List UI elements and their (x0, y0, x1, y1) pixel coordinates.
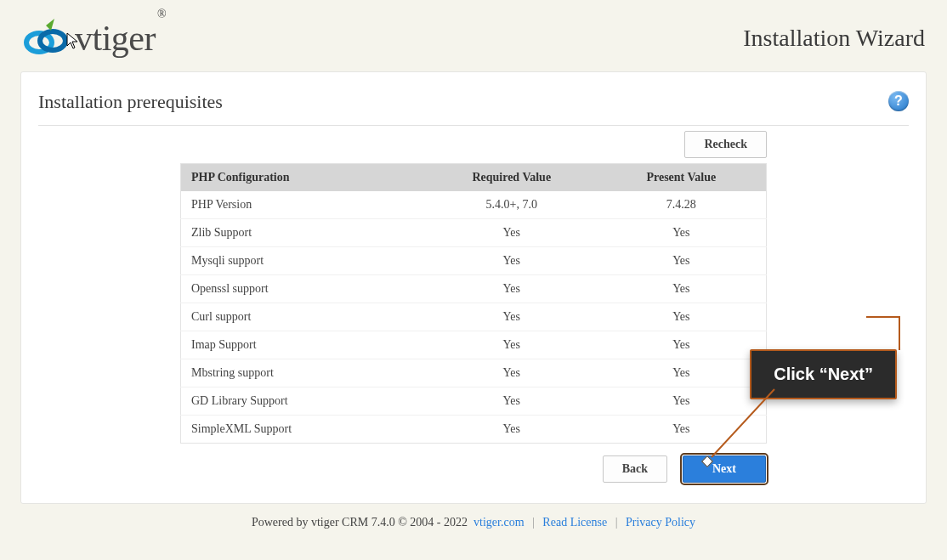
table-row: GD Library SupportYesYes (181, 387, 767, 416)
cell-required: Yes (427, 359, 597, 387)
next-button[interactable]: Next (683, 455, 766, 483)
th-config: PHP Configuration (181, 164, 427, 192)
table-row: SimpleXML SupportYesYes (181, 416, 767, 444)
cell-required: Yes (427, 331, 597, 359)
cell-config: Mbstring support (181, 359, 427, 387)
cell-required: Yes (427, 387, 597, 416)
table-row: PHP Version5.4.0+, 7.07.4.28 (181, 191, 767, 219)
cell-config: SimpleXML Support (181, 416, 427, 444)
cell-present: Yes (597, 275, 767, 303)
cell-config: Openssl support (181, 275, 427, 303)
cell-config: Zlib Support (181, 219, 427, 247)
table-row: Mbstring supportYesYes (181, 359, 767, 387)
footer: Powered by vtiger CRM 7.4.0 © 2004 - 202… (0, 504, 947, 541)
page-title: Installation prerequisites (38, 91, 223, 113)
table-row: Zlib SupportYesYes (181, 219, 767, 247)
th-required: Required Value (427, 164, 597, 192)
cell-present: Yes (597, 359, 767, 387)
cell-config: PHP Version (181, 191, 427, 219)
cell-config: Imap Support (181, 331, 427, 359)
wizard-title: Installation Wizard (743, 25, 925, 52)
vtiger-logo-icon (22, 17, 70, 59)
cell-present: Yes (597, 387, 767, 416)
cell-present: Yes (597, 219, 767, 247)
divider (38, 125, 909, 126)
cell-present: Yes (597, 303, 767, 331)
cell-present: 7.4.28 (597, 191, 767, 219)
annotation-corner (866, 316, 900, 350)
cell-required: Yes (427, 303, 597, 331)
prerequisites-table: PHP Configuration Required Value Present… (180, 163, 767, 444)
annotation-text: Click “Next” (774, 365, 873, 383)
footer-license-link[interactable]: Read License (542, 516, 607, 529)
table-row: Mysqli supportYesYes (181, 247, 767, 275)
wizard-card: Installation prerequisites ? Recheck PHP… (20, 71, 927, 504)
table-row: Openssl supportYesYes (181, 275, 767, 303)
footer-powered: Powered by vtiger CRM 7.4.0 © 2004 - 202… (252, 516, 468, 529)
recheck-button[interactable]: Recheck (684, 131, 767, 158)
cell-present: Yes (597, 331, 767, 359)
cell-config: GD Library Support (181, 387, 427, 416)
cell-required: Yes (427, 275, 597, 303)
cell-required: 5.4.0+, 7.0 (427, 191, 597, 219)
brand-text: vtiger® (75, 18, 164, 59)
cell-present: Yes (597, 416, 767, 444)
cell-config: Curl support (181, 303, 427, 331)
brand-logo: vtiger® (22, 17, 164, 59)
back-button[interactable]: Back (603, 455, 667, 483)
annotation-callout: Click “Next” (750, 349, 897, 399)
table-row: Imap SupportYesYes (181, 331, 767, 359)
cell-config: Mysqli support (181, 247, 427, 275)
table-row: Curl supportYesYes (181, 303, 767, 331)
footer-site-link[interactable]: vtiger.com (474, 516, 525, 529)
cell-required: Yes (427, 219, 597, 247)
help-icon[interactable]: ? (888, 91, 909, 111)
footer-privacy-link[interactable]: Privacy Policy (626, 516, 695, 529)
cell-required: Yes (427, 416, 597, 444)
th-present: Present Value (597, 164, 767, 192)
cell-present: Yes (597, 247, 767, 275)
cell-required: Yes (427, 247, 597, 275)
